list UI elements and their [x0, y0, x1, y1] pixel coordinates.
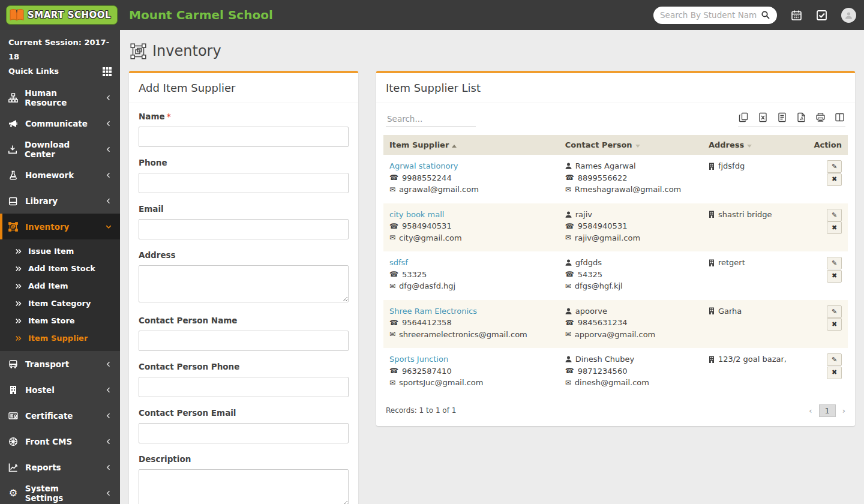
item-supplier-list-panel: Item Supplier List	[376, 71, 855, 426]
submenu-item-add-item-stock[interactable]: Add Item Stock	[0, 260, 120, 277]
delete-button[interactable]: ✖	[827, 221, 842, 234]
sidebar-item-communicate[interactable]: Communicate	[0, 110, 120, 136]
supplier-name-link[interactable]: Shree Ram Electronics	[389, 307, 477, 316]
supplier-name-link[interactable]: Agrwal stationory	[389, 161, 458, 170]
contact-phone: 8899556622	[578, 172, 628, 184]
avatar[interactable]	[841, 8, 856, 23]
csv-icon[interactable]	[777, 112, 787, 122]
tasks-icon[interactable]	[816, 10, 827, 21]
list-search-input[interactable]	[386, 112, 476, 127]
column-header-action: Action	[808, 135, 848, 155]
phone-input[interactable]	[139, 173, 349, 193]
required-mark: *	[167, 112, 171, 121]
next-page-button[interactable]: ›	[842, 406, 845, 415]
grid-icon[interactable]	[103, 67, 112, 76]
mail-icon: ✉	[565, 379, 571, 386]
supplier-phone: 53325	[402, 269, 427, 281]
edit-button[interactable]: ✎	[827, 160, 842, 173]
phone-icon: ☎	[565, 319, 574, 326]
submenu-item-item-supplier[interactable]: Item Supplier	[0, 329, 120, 347]
column-header-contact-person[interactable]: Contact Person	[559, 135, 703, 155]
column-header-item-supplier[interactable]: Item Supplier	[383, 135, 559, 155]
name-input[interactable]	[139, 127, 349, 147]
column-header-address[interactable]: Address	[703, 135, 808, 155]
sidebar-item-library[interactable]: Library	[0, 188, 120, 214]
contact-name: apoorve	[575, 305, 607, 317]
email-input[interactable]	[139, 219, 349, 239]
sidebar-item-certificate[interactable]: Certificate	[0, 403, 120, 428]
submenu-item-item-store[interactable]: Item Store	[0, 312, 120, 329]
contact-person-phone-input[interactable]	[139, 377, 349, 397]
contact-person-email-input[interactable]	[139, 423, 349, 443]
sidebar-item-front-cms[interactable]: Front CMS	[0, 428, 120, 454]
phone-icon: ☎	[389, 223, 398, 230]
submenu-item-add-item[interactable]: Add Item	[0, 277, 120, 295]
sidebar-item-homework[interactable]: Homework	[0, 162, 120, 188]
sort-icon	[635, 145, 640, 148]
delete-button[interactable]: ✖	[827, 270, 842, 283]
edit-button[interactable]: ✎	[827, 209, 842, 221]
building-icon	[709, 356, 715, 363]
excel-icon[interactable]	[758, 112, 768, 122]
description-textarea[interactable]	[139, 469, 349, 504]
copy-icon[interactable]	[739, 112, 749, 122]
edit-button[interactable]: ✎	[827, 257, 842, 269]
print-icon[interactable]	[815, 112, 826, 122]
page-number[interactable]: 1	[819, 404, 836, 417]
supplier-email: city@gmail.com	[399, 232, 462, 244]
sidebar-item-download-center[interactable]: Download Center	[0, 136, 120, 162]
contact-person-name-input[interactable]	[139, 331, 349, 351]
table-row: Agrwal stationory ☎9988552244 ✉agrawal@g…	[383, 155, 848, 203]
supplier-address: retgert	[718, 257, 745, 269]
supplier-name-link[interactable]: city book mall	[389, 210, 444, 219]
pdf-icon[interactable]	[796, 112, 806, 122]
submenu-item-label: Issue Item	[28, 247, 74, 256]
chart-line-icon	[8, 463, 19, 472]
contact-name: Dinesh Chubey	[575, 353, 635, 365]
sidebar-item-inventory[interactable]: Inventory	[0, 214, 120, 239]
chevron-left-icon	[105, 438, 112, 445]
supplier-address: fjdsfdg	[718, 160, 745, 172]
vector-square-icon	[130, 43, 146, 59]
prev-page-button[interactable]: ‹	[809, 406, 812, 415]
sidebar-item-system-settings[interactable]: ⚙ System Settings	[0, 480, 120, 504]
contact-phone: 9845631234	[578, 317, 628, 329]
columns-icon[interactable]	[835, 112, 845, 122]
chevron-left-icon	[105, 146, 112, 153]
mail-icon: ✉	[565, 186, 571, 193]
contact-phone: 54325	[578, 269, 602, 281]
sidebar-item-transport[interactable]: Transport	[0, 351, 120, 377]
delete-button[interactable]: ✖	[827, 367, 842, 379]
chevron-left-icon	[105, 464, 112, 471]
address-textarea[interactable]	[139, 265, 349, 302]
student-search[interactable]	[653, 7, 777, 24]
app-logo[interactable]: SMART SCHOOL	[0, 5, 120, 25]
supplier-email: agrawal@gmail.com	[399, 184, 479, 196]
supplier-email: dfg@dasfd.hgj	[399, 280, 455, 292]
search-icon[interactable]	[761, 10, 770, 20]
edit-button[interactable]: ✎	[827, 305, 842, 318]
delete-button[interactable]: ✖	[827, 173, 842, 186]
sidebar-item-reports[interactable]: Reports	[0, 454, 120, 480]
phone-icon: ☎	[389, 271, 398, 278]
sidebar-item-human-resource[interactable]: Human Resource	[0, 85, 120, 110]
calendar-icon[interactable]	[791, 10, 802, 21]
list-title: Item Supplier List	[376, 73, 855, 103]
submenu-item-item-category[interactable]: Item Category	[0, 295, 120, 312]
quick-links-label: Quick Links	[8, 64, 59, 79]
table-row: Shree Ram Electronics ☎9564412358 ✉shree…	[383, 300, 848, 349]
pagination: ‹ 1 ›	[809, 404, 845, 417]
user-icon	[565, 356, 572, 362]
field-label: Description	[139, 454, 349, 464]
student-search-input[interactable]	[660, 10, 757, 20]
submenu-item-issue-item[interactable]: Issue Item	[0, 242, 120, 260]
submenu-item-label: Add Item Stock	[28, 264, 95, 273]
delete-button[interactable]: ✖	[827, 318, 842, 331]
chevron-left-icon	[105, 361, 112, 368]
sidebar-item-hostel[interactable]: Hostel	[0, 377, 120, 403]
submenu-item-label: Item Store	[28, 316, 75, 325]
supplier-name-link[interactable]: sdfsf	[389, 258, 408, 267]
sidebar-item-label: Front CMS	[25, 437, 72, 446]
edit-button[interactable]: ✎	[827, 353, 842, 366]
supplier-name-link[interactable]: Sports Junction	[389, 355, 448, 364]
